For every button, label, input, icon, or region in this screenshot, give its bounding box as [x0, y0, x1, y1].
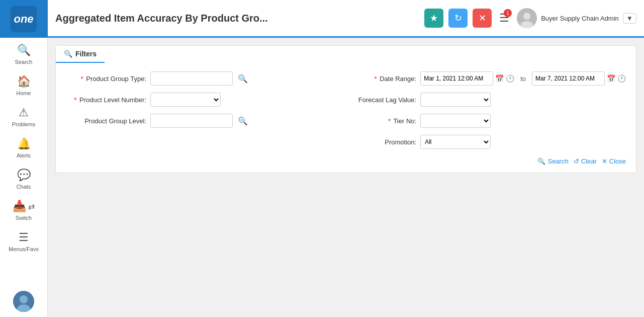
app-logo[interactable]: one [0, 0, 48, 38]
sidebar-item-label: Switch [16, 215, 32, 221]
date-range-label: * Date Range: [336, 75, 416, 83]
filters-tab[interactable]: 🔍 Filters [56, 46, 105, 63]
search-button[interactable]: 🔍 Search [537, 157, 568, 165]
close-label: Close [609, 157, 626, 165]
favorite-button[interactable]: ★ [424, 9, 443, 28]
sidebar-item-chats[interactable]: 💬 Chats [0, 163, 47, 194]
close-button[interactable]: ✕ [473, 9, 492, 28]
content-area: 🔍 Filters * Product Group Type: 🔍 [48, 38, 644, 317]
action-row: 🔍 Search ↺ Clear ✕ Close [56, 150, 636, 165]
date-from-group: 📅 🕐 [420, 71, 514, 86]
clock-icon: 🕐 [617, 74, 626, 83]
product-group-type-row: * Product Group Type: 🔍 [66, 70, 321, 87]
filters-tab-label: Filters [75, 50, 97, 58]
sidebar-item-switch[interactable]: 📥 ⇄ Switch [0, 194, 47, 225]
sidebar-item-label: Problems [12, 121, 35, 127]
clear-label: Clear [581, 157, 597, 165]
clear-icon: ↺ [574, 157, 579, 165]
date-from-time-button[interactable]: 🕐 [506, 74, 514, 83]
date-range-separator: to [518, 75, 528, 83]
magnifier-icon: 🔍 [238, 117, 248, 125]
main-content: Aggregated Item Accuracy By Product Gro.… [48, 0, 644, 317]
chevron-down-icon: ▼ [626, 15, 633, 22]
calendar-icon: 📅 [495, 74, 504, 83]
promotion-select[interactable]: All [420, 135, 491, 149]
product-group-level-search-button[interactable]: 🔍 [237, 115, 249, 127]
product-level-number-label: * Product Level Number: [66, 96, 146, 104]
menu-button[interactable]: ☰ 1 [497, 9, 512, 27]
search-label: Search [547, 157, 568, 165]
tier-no-label: * Tier No: [336, 117, 416, 125]
user-avatar[interactable] [13, 291, 34, 312]
product-group-level-label: Product Group Level: [66, 117, 146, 125]
page-title: Aggregated Item Accuracy By Product Gro.… [55, 13, 419, 24]
inbox-icon: 📥 [13, 200, 26, 213]
switch-arrows-icon: ⇄ [28, 202, 35, 211]
close-filters-icon: ✕ [602, 157, 607, 165]
user-avatar-header [517, 8, 537, 28]
tier-no-select[interactable] [420, 114, 491, 128]
clear-button[interactable]: ↺ Clear [574, 157, 597, 165]
date-to-group: 📅 🕐 [532, 71, 626, 86]
date-from-calendar-button[interactable]: 📅 [495, 74, 504, 83]
notification-badge: 1 [504, 9, 512, 17]
product-group-level-row: Product Group Level: 🔍 [66, 113, 321, 129]
filters-form: * Product Group Type: 🔍 * Date Range: [56, 70, 636, 150]
magnifier-icon: 🔍 [238, 74, 248, 83]
date-from-input[interactable] [420, 71, 493, 86]
refresh-button[interactable]: ↻ [448, 9, 468, 28]
filters-panel: 🔍 Filters * Product Group Type: 🔍 [55, 45, 636, 173]
user-dropdown-button[interactable]: ▼ [623, 13, 636, 24]
home-icon: 🏠 [17, 75, 31, 88]
product-group-type-label: * Product Group Type: [66, 75, 146, 83]
promotion-label: Promotion: [336, 138, 416, 146]
forecast-lag-value-row: Forecast Lag Value: [336, 92, 626, 108]
star-icon: ★ [430, 13, 438, 24]
sidebar-item-problems[interactable]: ⚠ Problems [0, 100, 47, 131]
svg-point-4 [523, 13, 530, 20]
clock-icon: 🕐 [506, 74, 514, 83]
sidebar-item-menus[interactable]: ☰ Menus/Favs [0, 225, 47, 256]
date-to-calendar-button[interactable]: 📅 [607, 74, 615, 83]
svg-point-1 [20, 295, 28, 303]
sidebar-item-search[interactable]: 🔍 Search [0, 38, 47, 69]
logo-text: one [11, 6, 37, 32]
calendar-icon: 📅 [607, 74, 615, 83]
product-group-type-search-button[interactable]: 🔍 [237, 73, 249, 85]
sidebar-item-label: Chats [17, 184, 31, 190]
sidebar-item-label: Menus/Favs [9, 246, 39, 252]
sidebar-item-label: Home [16, 90, 31, 96]
product-group-level-input[interactable] [150, 114, 233, 128]
bell-icon: 🔔 [17, 137, 31, 150]
warning-icon: ⚠ [19, 106, 29, 119]
close-icon: ✕ [479, 13, 486, 24]
promotion-row: Promotion: All [336, 134, 626, 150]
refresh-icon: ↻ [454, 13, 462, 24]
date-to-input[interactable] [532, 71, 605, 86]
user-name: Buyer Supply Chain Admin [541, 15, 619, 22]
date-to-time-button[interactable]: 🕐 [617, 74, 626, 83]
sidebar-item-label: Alerts [17, 152, 31, 158]
date-range-row: * Date Range: 📅 🕐 to [336, 70, 626, 87]
product-level-number-row: * Product Level Number: [66, 92, 321, 108]
menu-icon: ☰ [19, 231, 29, 244]
tier-no-row: * Tier No: [336, 113, 626, 129]
close-filters-button[interactable]: ✕ Close [602, 157, 626, 165]
forecast-lag-value-label: Forecast Lag Value: [336, 96, 416, 104]
product-group-type-input[interactable] [150, 71, 233, 86]
top-bar: Aggregated Item Accuracy By Product Gro.… [48, 0, 644, 38]
chat-icon: 💬 [17, 169, 31, 182]
search-icon: 🔍 [17, 44, 31, 57]
user-area[interactable]: Buyer Supply Chain Admin ▼ [517, 8, 636, 28]
product-level-number-select[interactable] [150, 93, 221, 107]
forecast-lag-value-select[interactable] [420, 93, 491, 107]
sidebar: one 🔍 Search 🏠 Home ⚠ Problems 🔔 Alerts … [0, 0, 48, 317]
filter-search-icon: 🔍 [64, 50, 72, 58]
sidebar-item-label: Search [15, 59, 33, 65]
sidebar-item-alerts[interactable]: 🔔 Alerts [0, 131, 47, 163]
sidebar-item-home[interactable]: 🏠 Home [0, 69, 47, 100]
search-action-icon: 🔍 [537, 157, 545, 165]
